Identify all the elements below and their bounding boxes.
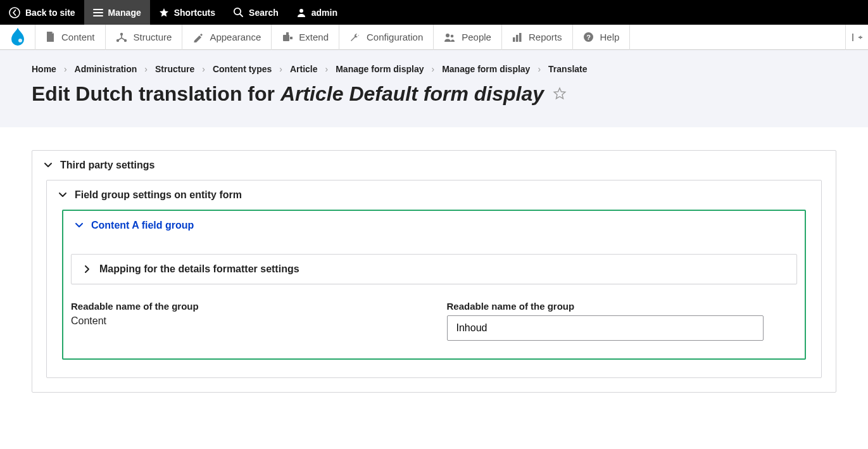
search-link[interactable]: Search [224,0,287,25]
structure-icon [116,32,127,42]
star-icon [159,8,169,18]
breadcrumb: Home › Administration › Structure › Cont… [32,64,836,74]
chevron-down-icon [58,191,67,199]
file-icon [46,32,55,42]
breadcrumb-content-types[interactable]: Content types [213,64,272,74]
svg-point-3 [18,39,22,42]
chevron-down-icon [75,221,84,230]
source-column: Readable name of the group Content [71,301,422,341]
menu-reports-label: Reports [529,32,562,42]
back-to-site-label: Back to site [25,8,75,18]
menu-structure-label: Structure [134,32,172,42]
menu-configuration[interactable]: Configuration [339,25,434,50]
svg-point-0 [9,8,20,18]
svg-rect-14 [519,33,522,42]
admin-toolbar: Back to site Manage Shortcuts Search adm… [0,0,868,25]
menu-extend-label: Extend [299,32,329,42]
svg-point-10 [446,34,450,37]
page-title-prefix: Edit Dutch translation for [32,82,280,105]
svg-point-11 [451,34,454,37]
menu-content[interactable]: Content [35,25,106,50]
help-icon: ? [583,32,594,42]
menu-appearance[interactable]: Appearance [182,25,272,50]
svg-rect-12 [513,37,515,42]
third-party-panel: Third party settings Field group setting… [32,150,836,393]
search-label: Search [249,8,279,18]
third-party-label: Third party settings [60,160,154,171]
menu-appearance-label: Appearance [210,32,261,42]
chevron-right-icon: › [538,64,541,74]
svg-rect-17 [852,34,853,41]
breadcrumb-structure[interactable]: Structure [155,64,194,74]
manage-label: Manage [108,8,141,18]
target-column: Readable name of the group [447,301,798,341]
mapping-summary[interactable]: Mapping for the details formatter settin… [72,255,796,284]
chevron-right-icon [83,265,92,274]
user-link[interactable]: admin [287,0,346,25]
shortcuts-link[interactable]: Shortcuts [150,0,224,25]
mapping-label: Mapping for the details formatter settin… [99,263,299,275]
chevron-down-icon [44,161,53,170]
page-title: Edit Dutch translation for Article Defau… [32,82,836,106]
wrench-icon [349,32,360,42]
menu-people[interactable]: People [434,25,502,50]
svg-rect-13 [516,35,519,42]
source-value: Content [71,315,422,327]
breadcrumb-admin[interactable]: Administration [75,64,137,74]
svg-rect-18 [859,37,862,38]
content-region: Third party settings Field group setting… [0,127,868,415]
back-arrow-icon [9,7,20,18]
field-group-summary[interactable]: Field group settings on entity form [47,180,821,210]
breadcrumb-article[interactable]: Article [290,64,318,74]
content-a-panel: Content A field group Mapping for the de… [62,210,806,360]
toolbar-collapse-button[interactable] [845,25,868,50]
menu-structure[interactable]: Structure [106,25,183,50]
menu-extend[interactable]: Extend [272,25,339,50]
translation-row: Readable name of the group Content Reada… [63,301,805,358]
chevron-right-icon: › [202,64,205,74]
svg-rect-8 [286,32,289,35]
content-a-summary[interactable]: Content A field group [63,211,805,240]
breadcrumb-manage-form-1[interactable]: Manage form display [336,64,424,74]
source-label: Readable name of the group [71,301,422,312]
menu-reports[interactable]: Reports [502,25,573,50]
breadcrumb-manage-form-2[interactable]: Manage form display [442,64,530,74]
breadcrumb-translate[interactable]: Translate [548,64,587,74]
chevron-right-icon: › [64,64,67,74]
menu-content-label: Content [61,32,95,42]
reports-icon [512,32,522,42]
admin-menu: Content Structure Appearance Extend Conf… [0,25,868,50]
shortcuts-label: Shortcuts [174,8,215,18]
favorite-star-icon[interactable] [553,87,567,101]
menu-people-label: People [462,32,491,42]
page-title-italic: Article Default form display [280,82,544,105]
page-header: Home › Administration › Structure › Cont… [0,50,868,127]
breadcrumb-home[interactable]: Home [32,64,56,74]
drupal-logo-icon[interactable] [0,25,35,50]
content-a-label: Content A field group [91,220,194,231]
search-icon [233,7,244,18]
svg-text:?: ? [586,34,591,41]
svg-rect-7 [283,35,289,41]
appearance-icon [192,32,203,42]
back-to-site-link[interactable]: Back to site [0,0,84,25]
svg-point-2 [299,9,303,13]
hamburger-icon [93,8,103,18]
third-party-summary[interactable]: Third party settings [32,151,836,180]
people-icon [444,32,455,42]
svg-point-4 [120,32,122,35]
field-group-label: Field group settings on entity form [75,189,242,201]
menu-configuration-label: Configuration [367,32,423,42]
mapping-panel: Mapping for the details formatter settin… [71,254,797,284]
chevron-right-icon: › [431,64,434,74]
target-input[interactable] [447,315,764,341]
chevron-right-icon: › [144,64,148,74]
manage-toggle[interactable]: Manage [84,0,150,25]
user-icon [296,8,306,18]
target-label: Readable name of the group [447,301,798,312]
menu-help-label: Help [600,32,620,42]
user-label: admin [311,8,337,18]
menu-help[interactable]: ? Help [573,25,631,50]
svg-rect-9 [290,37,292,39]
chevron-right-icon: › [325,64,329,74]
